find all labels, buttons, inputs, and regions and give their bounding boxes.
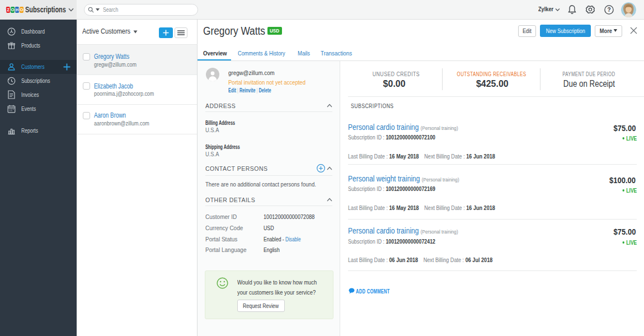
svg-text:?: ? [607, 7, 610, 13]
